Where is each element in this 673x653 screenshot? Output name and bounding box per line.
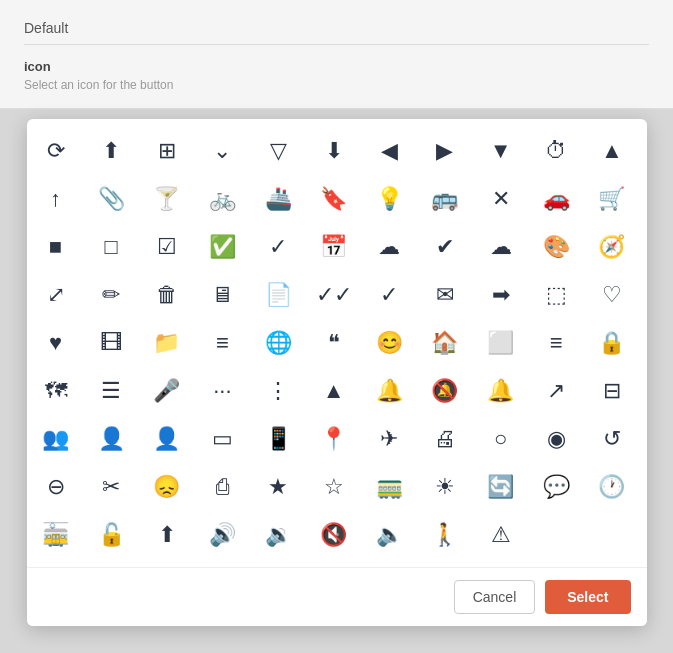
film-icon[interactable]: 🎞 (86, 319, 136, 367)
shield-icon[interactable]: ▽ (253, 127, 303, 175)
cancel-button[interactable]: Cancel (454, 580, 536, 614)
cart-icon[interactable]: 🛒 (587, 175, 637, 223)
chevron-down-icon[interactable]: ⌄ (197, 127, 247, 175)
quote-icon[interactable]: ❝ (309, 319, 359, 367)
clock-icon[interactable]: ⟳ (31, 127, 81, 175)
check-icon[interactable]: ✓ (253, 223, 303, 271)
bell-outline-icon[interactable]: 🔔 (364, 367, 414, 415)
star-filled-icon[interactable]: ★ (253, 463, 303, 511)
warning-icon[interactable]: ⚠ (476, 511, 526, 559)
up-small-icon[interactable]: ▲ (587, 127, 637, 175)
up-circle-icon[interactable]: ⬆ (86, 127, 136, 175)
document-icon[interactable]: 📄 (253, 271, 303, 319)
alarm-icon[interactable]: ⏱ (531, 127, 581, 175)
grid-icon[interactable]: ⊞ (142, 127, 192, 175)
person-add-icon[interactable]: 👤 (86, 415, 136, 463)
flight-icon[interactable]: ✈ (364, 415, 414, 463)
check-square-icon[interactable]: ☑ (142, 223, 192, 271)
circle-icon[interactable]: ○ (476, 415, 526, 463)
single-check-icon[interactable]: ✓ (364, 271, 414, 319)
exit-icon[interactable]: ➡ (476, 271, 526, 319)
navigation-icon[interactable]: ▲ (309, 367, 359, 415)
bell-off-icon[interactable]: 🔕 (420, 367, 470, 415)
walk-icon[interactable]: 🚶 (420, 511, 470, 559)
tablet-icon[interactable]: ⬜ (476, 319, 526, 367)
open-new-icon[interactable]: ↗ (531, 367, 581, 415)
car-icon[interactable]: 🚗 (531, 175, 581, 223)
radio-button-icon[interactable]: ◉ (531, 415, 581, 463)
scissors-icon[interactable]: ✂ (86, 463, 136, 511)
more-horiz-icon[interactable]: ··· (197, 367, 247, 415)
pencil-icon[interactable]: ✏ (86, 271, 136, 319)
selection-icon[interactable]: ⬚ (531, 271, 581, 319)
folder-icon[interactable]: 📁 (142, 319, 192, 367)
monitor-icon[interactable]: 🖥 (197, 271, 247, 319)
phone-icon[interactable]: 📱 (253, 415, 303, 463)
select-button[interactable]: Select (545, 580, 630, 614)
heart-outline-icon[interactable]: ♡ (587, 271, 637, 319)
left-arrow-icon[interactable]: ◀ (364, 127, 414, 175)
cloud-upload2-icon[interactable]: ⬆ (142, 511, 192, 559)
palette-icon[interactable]: 🎨 (531, 223, 581, 271)
right-arrow-icon[interactable]: ▶ (420, 127, 470, 175)
expand-icon[interactable]: ⤢ (31, 271, 81, 319)
lock-icon[interactable]: 🔒 (587, 319, 637, 367)
minus-circle-icon[interactable]: ⊖ (31, 463, 81, 511)
share-icon[interactable]: ⎙ (197, 463, 247, 511)
more-vert-icon[interactable]: ⋮ (253, 367, 303, 415)
globe-icon[interactable]: 🌐 (253, 319, 303, 367)
lightbulb-icon[interactable]: 💡 (364, 175, 414, 223)
sliders-icon[interactable]: ⊟ (587, 367, 637, 415)
cloud-upload-icon[interactable]: ☁ (364, 223, 414, 271)
print-icon[interactable]: 🖨 (420, 415, 470, 463)
down-filled-icon[interactable]: ▼ (476, 127, 526, 175)
cocktail-icon[interactable]: 🍸 (142, 175, 192, 223)
volume-off-icon[interactable]: 🔇 (309, 511, 359, 559)
location-icon[interactable]: 📍 (309, 415, 359, 463)
train-icon[interactable]: 🚃 (364, 463, 414, 511)
trash-icon[interactable]: 🗑 (142, 271, 192, 319)
double-check-icon[interactable]: ✓✓ (309, 271, 359, 319)
chat-icon[interactable]: 💬 (531, 463, 581, 511)
map-icon[interactable]: 🗺 (31, 367, 81, 415)
bicycle-icon[interactable]: 🚲 (197, 175, 247, 223)
cloud-icon[interactable]: ☁ (476, 223, 526, 271)
home-icon[interactable]: 🏠 (420, 319, 470, 367)
ship-icon[interactable]: 🚢 (253, 175, 303, 223)
square-outline-icon[interactable]: □ (86, 223, 136, 271)
tram-icon[interactable]: 🚋 (31, 511, 81, 559)
check-box-icon[interactable]: ✅ (197, 223, 247, 271)
mic-off-icon[interactable]: 🎤 (142, 367, 192, 415)
volume-mute-icon[interactable]: 🔈 (364, 511, 414, 559)
time-icon[interactable]: 🕐 (587, 463, 637, 511)
heart-filled-icon[interactable]: ♥ (31, 319, 81, 367)
bell-icon[interactable]: 🔔 (476, 367, 526, 415)
bus-icon[interactable]: 🚌 (420, 175, 470, 223)
person-icon[interactable]: 👤 (142, 415, 192, 463)
square-filled-icon[interactable]: ■ (31, 223, 81, 271)
rectangle-icon[interactable]: ▭ (197, 415, 247, 463)
refresh-icon[interactable]: ↺ (587, 415, 637, 463)
down-arrow-icon[interactable]: ⬇ (309, 127, 359, 175)
list-icon[interactable]: ≡ (531, 319, 581, 367)
icon-label: icon (24, 59, 649, 74)
lines-icon[interactable]: ≡ (197, 319, 247, 367)
sync-icon[interactable]: 🔄 (476, 463, 526, 511)
lock-open-icon[interactable]: 🔓 (86, 511, 136, 559)
group-icon[interactable]: 👥 (31, 415, 81, 463)
compass-icon[interactable]: 🧭 (587, 223, 637, 271)
brightness-icon[interactable]: ☀ (420, 463, 470, 511)
bookmark-icon[interactable]: 🔖 (309, 175, 359, 223)
envelope-open-icon[interactable]: ✉ (420, 271, 470, 319)
volume-icon[interactable]: 🔊 (197, 511, 247, 559)
close-icon[interactable]: ✕ (476, 175, 526, 223)
calendar-icon[interactable]: 📅 (309, 223, 359, 271)
menu-icon[interactable]: ☰ (86, 367, 136, 415)
check-filled-icon[interactable]: ✔ (420, 223, 470, 271)
arrow-up-icon[interactable]: ↑ (31, 175, 81, 223)
sentiment-bad-icon[interactable]: 😞 (142, 463, 192, 511)
volume-down-icon[interactable]: 🔉 (253, 511, 303, 559)
star-outline-icon[interactable]: ☆ (309, 463, 359, 511)
emoji-icon[interactable]: 😊 (364, 319, 414, 367)
paperclip-icon[interactable]: 📎 (86, 175, 136, 223)
